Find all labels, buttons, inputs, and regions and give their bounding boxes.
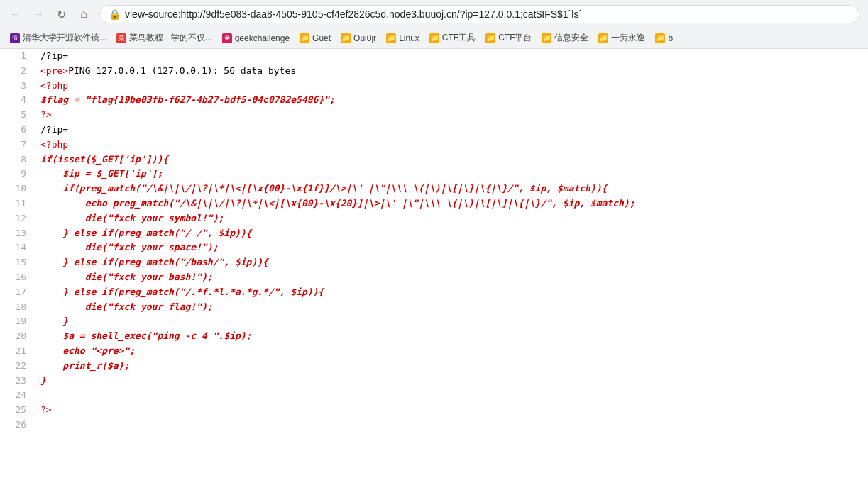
- folder-icon: 📁: [655, 33, 665, 43]
- line-number: 14: [0, 240, 35, 255]
- code-line: die("fxck your space!");: [40, 242, 218, 252]
- table-row: 23 }: [0, 374, 868, 389]
- bookmark-b[interactable]: 📁 b: [651, 31, 677, 45]
- folder-icon: 📁: [300, 33, 309, 43]
- line-content: if(preg_match("/\&|\|\/|\?|\*|\<|[\x{00}…: [35, 182, 868, 196]
- table-row: 2 <pre>PING 127.0.0.1 (127.0.0.1): 56 da…: [0, 64, 868, 79]
- table-row: 22 print_r($a);: [0, 359, 868, 374]
- table-row: 10 if(preg_match("/\&|\|\/|\?|\*|\<|[\x{…: [0, 182, 868, 196]
- table-row: 13 } else if(preg_match("/ /", $ip)){: [0, 226, 868, 241]
- text-span: PING 127.0.0.1 (127.0.0.1): 56 data byte…: [68, 65, 296, 76]
- table-row: 15 } else if(preg_match("/bash/", $ip)){: [0, 255, 868, 270]
- bookmark-yilaoyonyi[interactable]: 📁 一劳永逸: [594, 30, 649, 46]
- table-row: 6 /?ip=: [0, 123, 868, 138]
- line-content: ?>: [35, 403, 868, 418]
- bookmark-cainiao[interactable]: 菜 菜鸟教程 - 学的不仅...: [112, 30, 216, 46]
- folder-icon: 📁: [542, 33, 551, 43]
- table-row: 9 $ip = $_GET['ip'];: [0, 167, 868, 182]
- code-line: if(preg_match("/\&|\|\/|\?|\*|\<|[\x{00}…: [40, 183, 607, 194]
- reload-button[interactable]: ↻: [51, 4, 71, 24]
- code-line: die("fxck your symbol!");: [40, 213, 224, 223]
- reload-icon: ↻: [57, 8, 66, 21]
- pre-tag: <pre>: [96, 345, 123, 356]
- code-line: die("fxck your bash!");: [40, 272, 213, 282]
- line-content: <?php: [35, 79, 868, 94]
- line-number: 21: [0, 344, 35, 359]
- line-number: 5: [0, 108, 35, 123]
- line-content: [35, 418, 868, 433]
- bookmark-label: CTF工具: [442, 32, 476, 44]
- bookmark-label: geekchallenge: [235, 33, 290, 43]
- bookmark-security[interactable]: 📁 信息安全: [537, 30, 593, 46]
- line-number: 17: [0, 285, 35, 300]
- php-close-tag: ?>: [40, 404, 52, 415]
- php-open-tag: <?php: [40, 80, 68, 91]
- bookmark-tsinghua[interactable]: 清 清华大学开源软件镜...: [6, 30, 111, 46]
- table-row: 24: [0, 388, 868, 403]
- line-number: 25: [0, 403, 35, 418]
- line-content: } else if(preg_match("/bash/", $ip)){: [35, 255, 868, 270]
- table-row: 16 die("fxck your bash!");: [0, 270, 868, 285]
- line-number: 13: [0, 226, 35, 241]
- line-content: }: [35, 314, 868, 329]
- bookmark-label: Linux: [399, 33, 419, 43]
- table-row: 11 echo preg_match("/\&|\|\/|\?|\*|\<|[\…: [0, 196, 868, 211]
- line-number: 15: [0, 255, 35, 270]
- line-content: die("fxck your flag!");: [35, 300, 868, 315]
- line-content: print_r($a);: [35, 359, 868, 374]
- code-line: } else if(preg_match("/ /", $ip)){: [40, 228, 251, 238]
- browser-chrome: ← → ↻ ⌂ 🔒 view-source:http://9df5e083-da…: [0, 0, 868, 49]
- folder-icon: 📁: [429, 33, 439, 43]
- forward-button[interactable]: →: [28, 4, 48, 24]
- table-row: 19 }: [0, 314, 868, 329]
- line-content: if(isset($_GET['ip'])){: [35, 152, 868, 167]
- source-view: 1 /?ip= 2 <pre>PING 127.0.0.1 (127.0.0.1…: [0, 49, 868, 483]
- line-content: } else if(preg_match("/.*f.*l.*a.*g.*/",…: [35, 285, 868, 300]
- home-button[interactable]: ⌂: [74, 4, 94, 24]
- back-icon: ←: [10, 8, 21, 21]
- tsinghua-icon: 清: [10, 33, 20, 43]
- code-line: if(isset($_GET['ip'])){: [40, 154, 168, 165]
- code-line: $a = shell_exec("ping -c 4 ".$ip);: [40, 331, 251, 341]
- table-row: 4 $flag = "flag{19be03fb-f627-4b27-bdf5-…: [0, 93, 868, 108]
- folder-icon: 📁: [485, 33, 495, 43]
- bookmark-ctf-tools[interactable]: 📁 CTF工具: [425, 30, 480, 46]
- line-number: 20: [0, 329, 35, 344]
- bookmark-label: Oui0jr: [353, 33, 376, 43]
- bookmark-label: 菜鸟教程 - 学的不仅...: [129, 32, 212, 44]
- lock-icon: 🔒: [109, 9, 121, 20]
- table-row: 1 /?ip=: [0, 49, 868, 64]
- line-number: 4: [0, 93, 35, 108]
- bookmark-ctf-platform[interactable]: 📁 CTF平台: [481, 30, 536, 46]
- table-row: 17 } else if(preg_match("/.*f.*l.*a.*g.*…: [0, 285, 868, 300]
- code-line: die("fxck your flag!");: [40, 301, 213, 312]
- table-row: 26: [0, 418, 868, 433]
- bookmark-geek[interactable]: ❀ geekchallenge: [218, 31, 294, 45]
- table-row: 8 if(isset($_GET['ip'])){: [0, 152, 868, 167]
- back-button[interactable]: ←: [6, 4, 26, 24]
- line-content: [35, 388, 868, 403]
- table-row: 5 ?>: [0, 108, 868, 123]
- line-content: $a = shell_exec("ping -c 4 ".$ip);: [35, 329, 868, 344]
- line-number: 19: [0, 314, 35, 329]
- bookmark-oui0jr[interactable]: 📁 Oui0jr: [336, 31, 380, 45]
- folder-icon: 📁: [341, 33, 351, 43]
- table-row: 14 die("fxck your space!");: [0, 240, 868, 255]
- flag-line: $flag = "flag{19be03fb-f627-4b27-bdf5-04…: [40, 94, 335, 105]
- line-content: echo preg_match("/\&|\|\/|\?|\*|\<|[\x{0…: [35, 196, 868, 211]
- line-number: 9: [0, 167, 35, 182]
- code-line: echo "<pre>";: [40, 345, 135, 356]
- bookmark-linux[interactable]: 📁 Linux: [382, 31, 424, 45]
- folder-icon: 📁: [598, 33, 608, 43]
- line-number: 7: [0, 138, 35, 152]
- line-content: /?ip=: [35, 123, 868, 138]
- code-line: } else if(preg_match("/.*f.*l.*a.*g.*/",…: [40, 287, 324, 297]
- folder-icon: 📁: [386, 33, 396, 43]
- line-content: $ip = $_GET['ip'];: [35, 167, 868, 182]
- bookmark-guet[interactable]: 📁 Guet: [295, 31, 335, 45]
- bookmark-label: 一劳永逸: [611, 32, 645, 44]
- address-bar[interactable]: 🔒 view-source:http://9df5e083-daa8-4505-…: [99, 5, 859, 23]
- table-row: 21 echo "<pre>";: [0, 344, 868, 359]
- line-content: $flag = "flag{19be03fb-f627-4b27-bdf5-04…: [35, 93, 868, 108]
- line-content: /?ip=: [35, 49, 868, 64]
